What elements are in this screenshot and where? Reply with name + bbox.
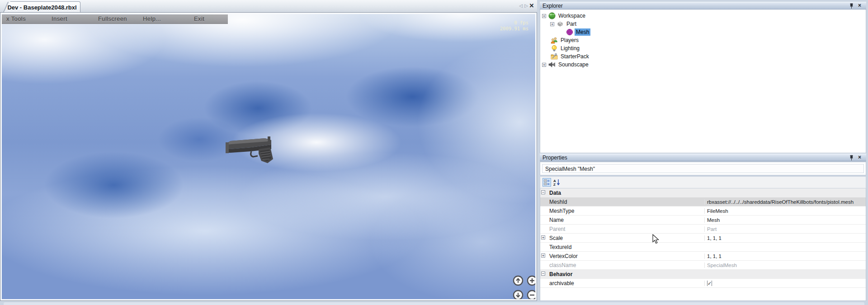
expand-toggle-icon[interactable]: +: [550, 22, 554, 26]
properties-object-box: SpecialMesh "Mesh": [540, 162, 866, 175]
property-row-parent[interactable]: Parent Part: [540, 225, 866, 234]
document-tab-title: Dev - Baseplate2048.rbxl: [7, 4, 76, 11]
explorer-tree: + Workspace + Part Mesh: [540, 9, 866, 153]
tree-item-players[interactable]: Players: [548, 36, 580, 44]
pin-icon[interactable]: [849, 3, 854, 9]
zoom-in-button[interactable]: [527, 275, 535, 286]
property-value: SpecialMesh: [704, 263, 866, 268]
expand-toggle-icon[interactable]: +: [541, 235, 545, 239]
archivable-checkbox[interactable]: ✓: [707, 281, 712, 286]
performance-overlay: 0 fps 2009.91 ms: [500, 20, 528, 32]
part-block-icon: [557, 20, 564, 28]
explorer-close-icon[interactable]: ×: [857, 2, 863, 9]
explorer-panel-header: Explorer ×: [540, 2, 866, 9]
tree-item-label-selected: Mesh: [575, 28, 590, 36]
tree-item-label: Lighting: [559, 45, 581, 52]
tree-item-label: Part: [565, 20, 578, 28]
svg-text:Z: Z: [553, 183, 556, 187]
document-close-icon[interactable]: ✕: [528, 2, 535, 10]
starterpack-folder-icon: [551, 53, 558, 60]
properties-panel-title: Properties: [542, 154, 567, 161]
tree-item-starterpack[interactable]: StarterPack: [548, 52, 590, 61]
tree-item-label: Players: [559, 37, 580, 44]
property-name: Scale: [547, 235, 704, 241]
menu-item-exit[interactable]: Exit: [194, 15, 204, 23]
tree-item-soundscape[interactable]: + Soundscape: [542, 61, 590, 69]
property-row-classname[interactable]: className SpecialMesh: [540, 261, 866, 270]
zoom-out-button[interactable]: [527, 290, 535, 299]
categorized-view-icon[interactable]: [542, 178, 551, 187]
document-window: x Tools Insert Fullscreen Help... Exit 0…: [0, 12, 537, 301]
lighting-bulb-icon: [551, 45, 558, 52]
properties-close-icon[interactable]: ×: [857, 154, 863, 160]
properties-grid: − Data MeshId rbxasset://../../../shared…: [540, 188, 866, 301]
properties-toolbar: A Z: [540, 176, 866, 188]
property-section-behavior[interactable]: − Behavior: [540, 270, 866, 279]
mouse-cursor: [652, 234, 660, 245]
property-value[interactable]: FileMesh: [704, 208, 866, 214]
tree-item-label: StarterPack: [559, 53, 590, 60]
section-label: Data: [547, 190, 863, 196]
tree-item-part[interactable]: + Part: [550, 20, 578, 28]
document-tab-strip: Dev - Baseplate2048.rbxl ◁ ▷ ✕: [0, 0, 537, 13]
property-value[interactable]: 1, 1, 1: [704, 235, 866, 241]
property-name: className: [547, 262, 704, 268]
property-value[interactable]: Mesh: [704, 217, 866, 223]
expand-toggle-icon[interactable]: +: [542, 14, 546, 18]
section-label: Behavior: [547, 271, 863, 277]
selected-object-label[interactable]: SpecialMesh "Mesh": [542, 164, 864, 173]
legacy-menu-bar: x Tools Insert Fullscreen Help... Exit: [2, 14, 228, 24]
camera-tilt-up-button[interactable]: [513, 275, 524, 286]
workspace-globe-icon: [548, 12, 556, 19]
tree-item-lighting[interactable]: Lighting: [548, 44, 581, 52]
players-icon: [551, 37, 558, 44]
alphabetical-sort-icon[interactable]: A Z: [552, 178, 561, 187]
camera-tilt-down-button[interactable]: [513, 290, 524, 299]
menu-item-insert[interactable]: Insert: [52, 15, 67, 23]
pin-icon[interactable]: [849, 155, 854, 161]
tree-item-workspace[interactable]: + Workspace: [542, 12, 587, 20]
expand-toggle-icon[interactable]: +: [541, 253, 545, 258]
collapse-toggle-icon[interactable]: −: [541, 190, 545, 194]
property-row-name[interactable]: Name Mesh: [540, 216, 866, 225]
property-name: TextureId: [547, 244, 704, 250]
property-row-vertexcolor[interactable]: + VertexColor 1, 1, 1: [540, 252, 866, 261]
property-name: MeshId: [547, 199, 704, 205]
menu-item-fullscreen[interactable]: Fullscreen: [98, 15, 127, 23]
property-name: MeshType: [547, 208, 704, 214]
menu-item-tools[interactable]: x Tools: [6, 15, 26, 23]
status-strip: [0, 301, 868, 305]
tree-item-label: Soundscape: [557, 61, 590, 68]
property-section-data[interactable]: − Data: [540, 188, 866, 197]
property-value: Part: [704, 226, 866, 232]
property-row-archivable[interactable]: archivable ✓: [540, 279, 866, 288]
property-name: archivable: [547, 280, 704, 286]
explorer-panel-title: Explorer: [542, 2, 563, 9]
property-row-scale[interactable]: + Scale 1, 1, 1: [540, 234, 866, 243]
property-name: Parent: [547, 226, 704, 232]
property-value[interactable]: 1, 1, 1: [704, 253, 866, 259]
collapse-toggle-icon[interactable]: −: [541, 272, 545, 276]
property-row-textureid[interactable]: TextureId: [540, 243, 866, 252]
tree-item-label: Workspace: [557, 12, 587, 19]
pistol-mesh-object[interactable]: [224, 129, 281, 165]
property-row-meshtype[interactable]: MeshType FileMesh: [540, 206, 866, 216]
property-value[interactable]: rbxasset://../../../shareddata/RiseOfThe…: [704, 199, 866, 205]
expand-toggle-icon[interactable]: +: [542, 63, 546, 67]
document-tab[interactable]: Dev - Baseplate2048.rbxl: [4, 1, 80, 13]
property-row-meshid[interactable]: MeshId rbxasset://../../../shareddata/Ri…: [540, 197, 866, 206]
mesh-sphere-icon: [566, 28, 573, 36]
fps-counter: 0 fps: [500, 20, 528, 26]
soundscape-speaker-icon: [548, 61, 556, 68]
status-strip-bar: [4, 302, 864, 305]
menu-item-help[interactable]: Help...: [143, 15, 161, 23]
tree-item-mesh[interactable]: Mesh: [564, 28, 590, 36]
property-name: VertexColor: [547, 253, 704, 259]
properties-panel-header: Properties ×: [540, 154, 866, 161]
property-name: Name: [547, 217, 704, 223]
game-viewport[interactable]: x Tools Insert Fullscreen Help... Exit 0…: [2, 14, 535, 299]
frame-time: 2009.91 ms: [500, 26, 528, 32]
